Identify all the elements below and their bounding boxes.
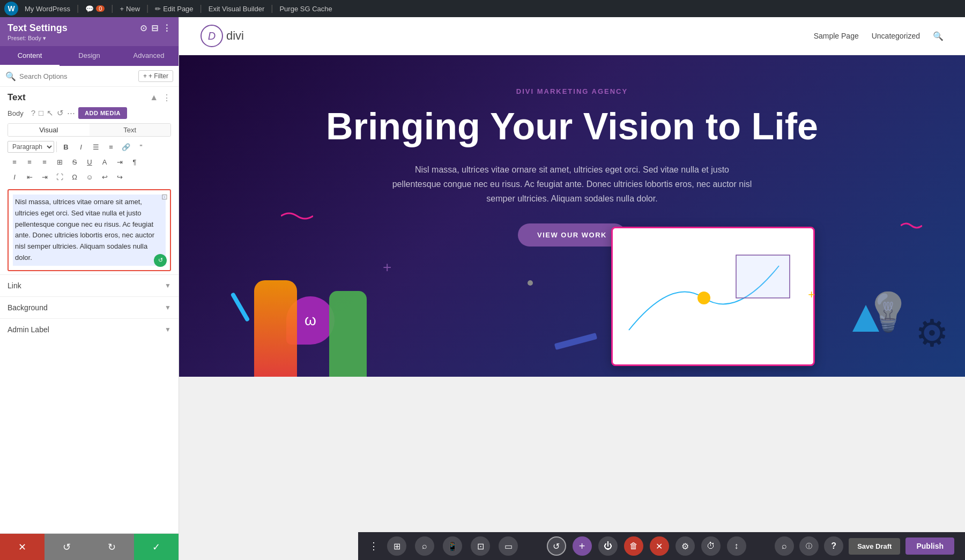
background-arrow-icon: ▼ [165,304,171,311]
more-options-icon[interactable]: ⋮ [162,23,171,33]
more-icon[interactable]: ⋯ [67,108,75,118]
hero-cta-button[interactable]: VIEW OUR WORK [518,223,626,247]
strikethrough-button[interactable]: S [68,155,81,169]
background-label: Background [8,303,48,312]
emoji-button[interactable]: ☺ [83,170,96,184]
publish-button[interactable]: Publish [905,537,954,555]
redo-icon: ↻ [108,541,116,553]
panel-preset[interactable]: Preset: Body ▾ [8,35,171,42]
blue-slash [231,292,250,322]
editor-ai-button[interactable]: ↺ [154,254,167,267]
editor-corner-button[interactable]: ⊡ [161,192,168,201]
svg-rect-1 [736,255,790,298]
help-toolbar-button[interactable]: ? [824,536,843,556]
site-name[interactable]: My WordPress [25,5,70,13]
add-element-button[interactable]: + [573,536,592,556]
comments-link[interactable]: 💬 0 [85,5,105,13]
dot-decoration [528,280,533,286]
search-input[interactable] [19,72,135,80]
pointer-icon[interactable]: ↖ [47,108,54,118]
grid-view-button[interactable]: ⊞ [387,536,406,556]
indent-button[interactable]: ⇥ [113,155,127,169]
bold-button[interactable]: B [59,140,73,154]
undo-button[interactable]: ↺ [44,534,89,560]
edit-page-link[interactable]: ✏ Edit Page [155,5,193,13]
tab-design[interactable]: Design [60,46,119,66]
reset-icon[interactable]: ↺ [57,108,64,118]
field-icon[interactable]: □ [39,108,43,118]
add-media-button[interactable]: ADD MEDIA [78,107,127,119]
link-arrow-icon: ▼ [165,282,171,289]
confirm-button[interactable]: ✓ [134,534,179,560]
table-button[interactable]: ⊞ [53,155,66,169]
tablet-view-button[interactable]: ⊡ [471,536,490,556]
exit-builder-link[interactable]: Exit Visual Builder [209,5,265,13]
redo-button[interactable]: ↻ [90,534,134,560]
scroll-button[interactable]: ↕ [727,536,746,556]
omega-button[interactable]: Ω [68,170,81,184]
hero-cta: VIEW OUR WORK [222,223,922,247]
portability-icon[interactable]: ↺ [547,536,566,556]
align-center-button[interactable]: ≡ [23,155,36,169]
ul-button[interactable]: ☰ [89,140,103,154]
link-button[interactable]: 🔗 [119,140,133,154]
nav-sample-page[interactable]: Sample Page [814,32,859,40]
undo2-button[interactable]: ↩ [98,170,112,184]
toolbar-dots-icon[interactable]: ⋮ [369,540,378,552]
settings-button[interactable]: ⚙ [676,536,695,556]
link-section[interactable]: Link ▼ [0,274,179,296]
nav-uncategorized[interactable]: Uncategorized [872,32,920,40]
text-toggle-btn[interactable]: Text [90,124,171,136]
power-button[interactable]: ⏻ [598,536,618,556]
italic2-button[interactable]: I [8,170,21,184]
history-button[interactable]: ⏱ [701,536,721,556]
filter-button[interactable]: + + Filter [138,70,173,82]
search-builder-button[interactable]: ⌕ [415,536,434,556]
tab-advanced[interactable]: Advanced [119,46,179,66]
layout-icon[interactable]: ⊟ [151,23,158,33]
help-icon[interactable]: ? [31,108,35,118]
redo2-button[interactable]: ↪ [113,170,127,184]
indent-left-button[interactable]: ⇤ [23,170,36,184]
background-section[interactable]: Background ▼ [0,296,179,318]
toolbar-row-1: Paragraph Heading 1 Heading 2 B I ☰ ≡ 🔗 … [8,140,171,154]
underline-button[interactable]: U [83,155,96,169]
blockquote-button[interactable]: " [134,140,148,154]
save-draft-button[interactable]: Save Draft [849,538,900,555]
ol-button[interactable]: ≡ [104,140,118,154]
align-left-button[interactable]: ≡ [8,155,21,169]
link-label: Link [8,281,21,290]
mobile-view-button[interactable]: 📱 [443,536,462,556]
info-button[interactable]: ⓘ [799,536,819,556]
triangle-decoration [852,305,879,334]
paragraph-select[interactable]: Paragraph Heading 1 Heading 2 [8,141,54,153]
editor-toolbar: Paragraph Heading 1 Heading 2 B I ☰ ≡ 🔗 … [0,140,179,186]
right-search-button[interactable]: ⌕ [775,536,794,556]
text-color-button[interactable]: A [98,155,112,169]
trash-button[interactable]: 🗑 [624,536,643,556]
italic-button[interactable]: I [74,140,88,154]
align-right-button[interactable]: ≡ [38,155,51,169]
site-logo: D divi [201,25,244,47]
plus-decoration: + [383,259,391,276]
editor-content[interactable]: Nisl massa, ultrices vitae ornare sit am… [13,195,166,266]
text-editor-area[interactable]: Nisl massa, ultrices vitae ornare sit am… [8,189,171,271]
tab-content[interactable]: Content [0,46,60,66]
new-item-link[interactable]: + New [120,5,140,13]
svg-point-0 [697,292,710,304]
cancel-button[interactable]: ✕ [0,534,44,560]
visual-toggle-btn[interactable]: Visual [8,124,90,136]
section-more-icon[interactable]: ⋮ [162,93,171,103]
special-button[interactable]: ¶ [128,155,142,169]
wp-logo-icon[interactable]: W [4,2,18,16]
collapse-icon[interactable]: ▲ [150,93,158,102]
focus-mode-icon[interactable]: ⊙ [140,23,147,33]
purge-cache-link[interactable]: Purge SG Cache [279,5,332,13]
close-module-button[interactable]: ✕ [650,536,669,556]
admin-label-section[interactable]: Admin Label ▼ [0,318,179,340]
fullscreen-button[interactable]: ⛶ [53,170,66,184]
text-section-header: Text ▲ ⋮ [0,87,179,106]
indent-right-button[interactable]: ⇥ [38,170,51,184]
desktop-view-button[interactable]: ▭ [499,536,518,556]
nav-search-icon[interactable]: 🔍 [933,31,944,41]
